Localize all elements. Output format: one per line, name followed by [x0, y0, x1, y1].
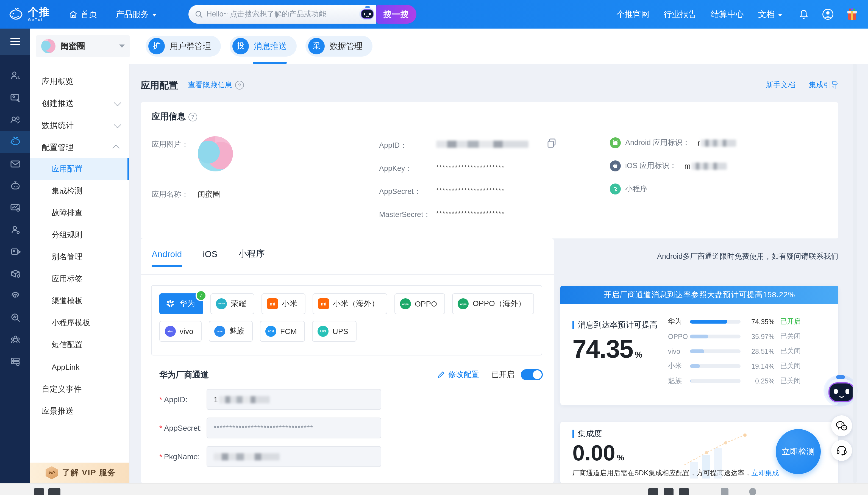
- sidebar-item-troubleshooting[interactable]: 故障排查: [30, 202, 129, 224]
- search-button[interactable]: 搜一搜: [376, 5, 416, 23]
- account-button[interactable]: [821, 7, 835, 21]
- sidebar-item-app-config[interactable]: 应用配置: [30, 158, 129, 180]
- channel-chip-ups[interactable]: UPSUPS: [312, 321, 357, 342]
- rail-robot-icon[interactable]: [0, 175, 30, 197]
- integrate-now-link[interactable]: 立即集成: [751, 469, 779, 477]
- miniprogram-label: 小程序: [625, 184, 647, 194]
- notification-bell-button[interactable]: [797, 7, 811, 21]
- rail-fingerprint-icon[interactable]: [0, 285, 30, 307]
- channel-chip-group: 华为 ✓ HONOR荣耀 mi小米 mi小米（海外） oppoOPPO oppo…: [151, 285, 542, 356]
- sidebar-item-app-overview[interactable]: 应用概览: [30, 70, 129, 92]
- app-selector[interactable]: 闺蜜圈: [36, 35, 130, 57]
- customer-service-button[interactable]: [831, 440, 852, 461]
- taskbar-icon[interactable]: [48, 488, 60, 495]
- rail-audience-growth-icon[interactable]: [0, 65, 30, 87]
- channel-chip-oppo-global[interactable]: oppoOPPO（海外）: [452, 293, 534, 314]
- search-input[interactable]: Hello~ 点击搜索想了解的产品或功能: [188, 5, 360, 23]
- rewards-gift-button[interactable]: [845, 7, 859, 21]
- nav-official-site[interactable]: 个推官网: [617, 9, 649, 19]
- help-icon[interactable]: ?: [188, 112, 197, 121]
- detect-now-button[interactable]: 立即检测: [776, 429, 821, 474]
- rail-user-profile-icon[interactable]: [0, 219, 30, 241]
- vip-service-banner[interactable]: VIP 了解 VIP 服务: [30, 463, 129, 483]
- nav-industry-report[interactable]: 行业报告: [664, 9, 697, 19]
- sidebar-item-data-statistics[interactable]: 数据统计: [30, 114, 129, 136]
- sidebar-item-create-push[interactable]: 创建推送: [30, 92, 129, 114]
- rail-media-push-icon[interactable]: [0, 241, 30, 262]
- page-title: 应用配置: [141, 79, 178, 91]
- wechat-contact-button[interactable]: [831, 415, 852, 436]
- brand-subtitle: GeTui: [28, 18, 50, 22]
- taskbar-icon[interactable]: [34, 488, 44, 495]
- sidebar-item-scene-push[interactable]: 应景推送: [30, 400, 129, 422]
- rail-message-icon[interactable]: [0, 153, 30, 175]
- beginner-docs-link[interactable]: 新手文档: [766, 80, 796, 90]
- rail-data-report-icon[interactable]: [0, 197, 30, 219]
- sidebar-item-config-management[interactable]: 配置管理: [30, 136, 129, 158]
- sidebar-item-integration-check[interactable]: 集成检测: [30, 180, 129, 202]
- sidebar-item-channel-template[interactable]: 渠道模板: [30, 290, 129, 312]
- nav-docs[interactable]: 文档: [758, 9, 782, 19]
- app-logo: [41, 39, 55, 53]
- reach-row-vivo: vivo 28.51% 已关闭: [668, 344, 831, 359]
- taskbar-icon[interactable]: [664, 488, 674, 495]
- taskbar-bell-icon[interactable]: [749, 488, 756, 495]
- taskbar-icon[interactable]: [679, 488, 689, 495]
- hw-appid-redacted: [219, 396, 270, 403]
- nav-home[interactable]: 首页: [69, 9, 97, 19]
- sidebar-item-applink[interactable]: AppLink: [30, 356, 129, 378]
- channel-chip-meizu[interactable]: meizu魅族: [209, 321, 253, 342]
- collapse-menu-button[interactable]: [0, 29, 30, 55]
- rail-user-network-icon[interactable]: [0, 109, 30, 131]
- taskbar-icon[interactable]: [721, 488, 728, 495]
- nav-billing-center[interactable]: 结算中心: [711, 9, 744, 19]
- wechat-icon: [836, 421, 848, 431]
- tab-user-group[interactable]: 扩 用户群管理: [145, 36, 221, 56]
- scrollbar[interactable]: [853, 64, 857, 483]
- tab-data-management[interactable]: 采 数据管理: [306, 36, 372, 56]
- hw-appsecret-input[interactable]: ********************************: [207, 417, 381, 439]
- rail-push-whale-icon[interactable]: [0, 131, 30, 153]
- hw-appid-input[interactable]: 1: [207, 389, 381, 410]
- rail-insight-search-icon[interactable]: [0, 307, 30, 328]
- channel-toggle[interactable]: [521, 369, 543, 380]
- rail-server-icon[interactable]: [0, 351, 30, 373]
- channel-chip-fcm[interactable]: FCMFCM: [260, 321, 305, 342]
- rail-package-icon[interactable]: [0, 262, 30, 285]
- channel-chip-xiaomi[interactable]: mi小米: [261, 293, 306, 314]
- tab-message-push[interactable]: 投 消息推送: [230, 36, 297, 56]
- tab-ios[interactable]: iOS: [203, 249, 217, 267]
- rail-community-icon[interactable]: [0, 328, 30, 351]
- channel-chip-honor[interactable]: HONOR荣耀: [210, 293, 254, 314]
- copy-icon[interactable]: [547, 138, 556, 148]
- search-icon: [195, 11, 203, 18]
- reach-row-huawei: 华为 74.35% 已开启: [668, 314, 831, 329]
- tab-android[interactable]: Android: [152, 249, 182, 267]
- channel-chip-huawei[interactable]: 华为 ✓: [159, 293, 203, 314]
- help-icon[interactable]: ?: [235, 81, 244, 89]
- channel-chip-xiaomi-global[interactable]: mi小米（海外）: [313, 293, 387, 314]
- rail-material-icon[interactable]: [0, 87, 30, 109]
- sidebar-item-sms-config[interactable]: 短信配置: [30, 334, 129, 356]
- status-badge: 已关闭: [780, 361, 804, 371]
- meizu-icon: meizu: [214, 326, 225, 337]
- tab-miniprogram[interactable]: 小程序: [239, 248, 265, 268]
- reach-row-oppo: OPPO 35.97% 已关闭: [668, 329, 831, 344]
- sidebar-item-miniprogram-template[interactable]: 小程序模板: [30, 312, 129, 334]
- edit-config-link[interactable]: 修改配置: [437, 370, 479, 380]
- channel-chip-oppo[interactable]: oppoOPPO: [395, 293, 445, 314]
- nav-products[interactable]: 产品服务: [116, 9, 157, 19]
- status-badge: 已关闭: [780, 376, 804, 386]
- view-hidden-info-link[interactable]: 查看隐藏信息: [188, 80, 232, 90]
- taskbar-icon[interactable]: [648, 488, 658, 495]
- hw-pkgname-input[interactable]: [207, 446, 381, 467]
- sidebar-item-custom-events[interactable]: 自定义事件: [30, 378, 129, 400]
- sidebar-item-app-tags[interactable]: 应用标签: [30, 268, 129, 290]
- os-taskbar[interactable]: [0, 483, 868, 495]
- integration-guide-link[interactable]: 集成引导: [809, 80, 838, 90]
- sidebar-item-alias-management[interactable]: 别名管理: [30, 246, 129, 268]
- tab-badge: 扩: [148, 38, 165, 54]
- brand-logo[interactable]: 个推 GeTui: [8, 7, 50, 22]
- channel-chip-vivo[interactable]: vivovivo: [159, 321, 202, 342]
- sidebar-item-group-rules[interactable]: 分组规则: [30, 224, 129, 246]
